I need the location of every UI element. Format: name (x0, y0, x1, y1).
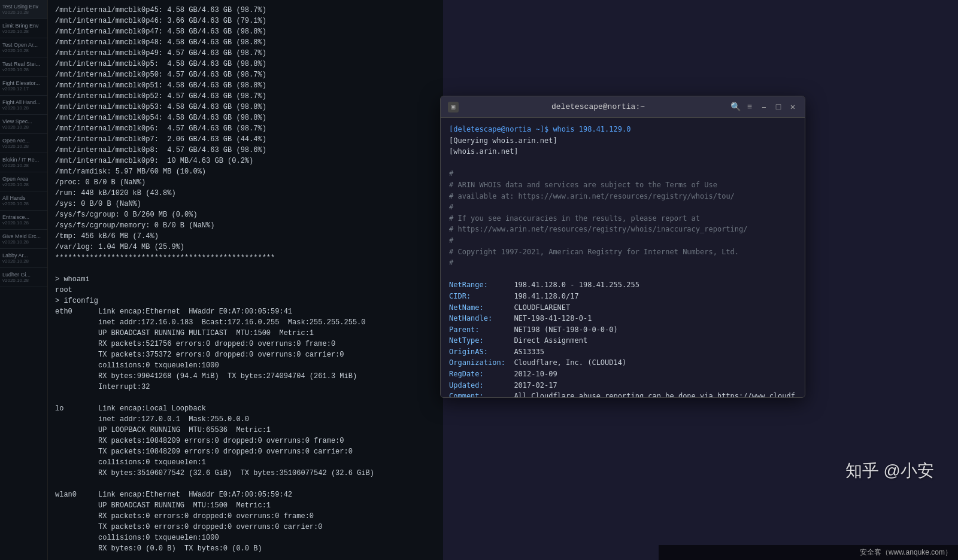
float-terminal-window: ▣ deletescape@nortia:~ 🔍 ≡ – □ ✕ [delete… (440, 96, 805, 398)
sidebar-item-version-9: v2020.10.28 (2, 182, 45, 187)
sidebar-item-12[interactable]: Give Meid Erc... v2020.10.28 (0, 230, 47, 249)
sidebar: Test Using Env v2020.10.28 Limit Bring E… (0, 0, 48, 560)
watermark: 知乎 @小安 (845, 459, 934, 482)
minimize-button[interactable]: – (759, 102, 769, 112)
sidebar-item-label-8: Blokin / IT Re... (2, 157, 45, 163)
float-terminal-body: [deletescape@nortia ~]$ whois 198.41.129… (441, 118, 805, 397)
sidebar-item-label-0: Test Using Env (2, 4, 45, 10)
sidebar-item-7[interactable]: Open Are... v2020.10.28 (0, 134, 47, 153)
sidebar-item-label-13: Labby Ar... (2, 252, 45, 258)
sidebar-item-label-5: Fight All Hand... (2, 99, 45, 105)
terminal-icon: ▣ (448, 102, 459, 112)
sidebar-item-9[interactable]: Open Area v2020.10.28 (0, 172, 47, 191)
sidebar-item-8[interactable]: Blokin / IT Re... v2020.10.28 (0, 153, 47, 172)
sidebar-item-5[interactable]: Fight All Hand... v2020.10.28 (0, 96, 47, 115)
sidebar-item-version-4: v2020.12.17 (2, 86, 45, 92)
sidebar-item-label-6: View Spec... (2, 118, 45, 124)
sidebar-item-11[interactable]: Entraisce... v2020.10.28 (0, 211, 47, 230)
sidebar-item-3[interactable]: Test Real Stei... v2020.10.28 (0, 57, 47, 77)
sidebar-item-version-13: v2020.10.28 (2, 258, 45, 264)
sidebar-item-version-5: v2020.10.28 (2, 105, 45, 111)
sidebar-item-label-12: Give Meid Erc... (2, 233, 45, 239)
sidebar-item-version-12: v2020.10.28 (2, 239, 45, 245)
sidebar-item-0[interactable]: Test Using Env v2020.10.28 (0, 0, 47, 19)
sidebar-item-label-1: Limit Bring Env (2, 23, 45, 29)
copyright-bar: 安全客（www.anquke.com） (659, 545, 958, 560)
sidebar-item-version-6: v2020.10.28 (2, 124, 45, 130)
sidebar-item-version-2: v2020.10.28 (2, 48, 45, 53)
sidebar-item-version-11: v2020.10.28 (2, 220, 45, 226)
sidebar-item-1[interactable]: Limit Bring Env v2020.10.28 (0, 19, 47, 38)
titlebar-controls: 🔍 ≡ – □ ✕ (730, 102, 798, 112)
sidebar-item-label-7: Open Are... (2, 138, 45, 144)
close-button[interactable]: ✕ (788, 102, 798, 112)
sidebar-item-label-9: Open Area (2, 176, 45, 182)
sidebar-item-version-14: v2020.10.28 (2, 278, 45, 283)
sidebar-item-version-7: v2020.10.28 (2, 144, 45, 149)
float-terminal-title: deletescape@nortia:~ (466, 102, 730, 111)
sidebar-item-version-1: v2020.10.28 (2, 29, 45, 34)
sidebar-item-label-4: Fight Elevator... (2, 80, 45, 86)
sidebar-item-13[interactable]: Labby Ar... v2020.10.28 (0, 249, 47, 268)
sidebar-item-version-0: v2020.10.28 (2, 10, 45, 15)
sidebar-item-10[interactable]: All Hands v2020.10.28 (0, 191, 47, 211)
sidebar-item-2[interactable]: Test Open Ar... v2020.10.28 (0, 38, 47, 57)
sidebar-item-6[interactable]: View Spec... v2020.10.28 (0, 115, 47, 134)
sidebar-item-version-3: v2020.10.28 (2, 67, 45, 72)
sidebar-item-14[interactable]: Ludher Gi... v2020.10.28 (0, 268, 47, 287)
sidebar-item-label-3: Test Real Stei... (2, 61, 45, 67)
float-terminal-titlebar: ▣ deletescape@nortia:~ 🔍 ≡ – □ ✕ (441, 96, 805, 118)
terminal-output: /mnt/internal/mmcblk0p45: 4.58 GB/4.63 G… (55, 5, 436, 560)
main-terminal: /mnt/internal/mmcblk0p45: 4.58 GB/4.63 G… (48, 0, 443, 560)
sidebar-item-label-10: All Hands (2, 195, 45, 201)
sidebar-item-label-11: Entraisce... (2, 214, 45, 220)
search-icon[interactable]: 🔍 (730, 102, 740, 112)
sidebar-item-version-10: v2020.10.28 (2, 201, 45, 206)
sidebar-item-label-14: Ludher Gi... (2, 272, 45, 278)
menu-icon[interactable]: ≡ (745, 102, 754, 112)
sidebar-item-label-2: Test Open Ar... (2, 42, 45, 48)
sidebar-item-version-8: v2020.10.28 (2, 163, 45, 168)
sidebar-item-4[interactable]: Fight Elevator... v2020.12.17 (0, 77, 47, 96)
maximize-button[interactable]: □ (774, 102, 783, 112)
